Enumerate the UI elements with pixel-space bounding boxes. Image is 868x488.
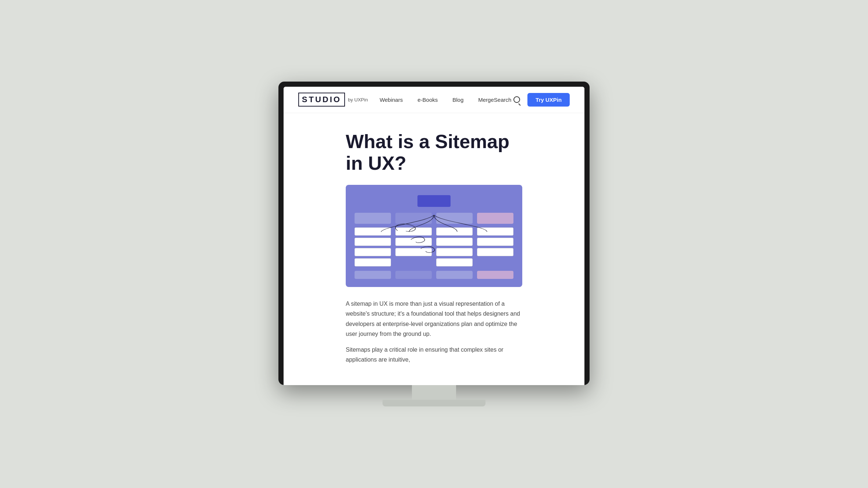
diagram-col-2 [395,213,432,266]
col-card-3-4 [436,258,473,266]
col-card-3-2 [436,238,473,246]
monitor-frame: STUDIO by UXPin Webinars e-Books Blog Me… [278,82,590,385]
col-card-1-3 [355,248,391,256]
stand-base [383,400,485,406]
navbar: STUDIO by UXPin Webinars e-Books Blog Me… [284,87,584,113]
col-card-4-1 [477,227,513,236]
nav-webinars[interactable]: Webinars [380,97,403,103]
monitor-wrapper: STUDIO by UXPin Webinars e-Books Blog Me… [278,82,590,407]
col-card-4-2 [477,238,513,246]
diagram-col-3 [436,213,473,266]
search-label: Search [494,97,512,103]
bottom-node-1 [355,271,391,279]
col-card-1-4 [355,258,391,266]
diagram-top [355,195,513,207]
top-node [417,195,451,207]
col-header-4 [477,213,513,224]
monitor-stand [278,385,590,406]
col-card-2-3 [395,248,432,256]
col-card-2-2 [395,238,432,246]
sitemap-diagram [346,185,522,287]
col-header-1 [355,213,391,224]
navbar-left: STUDIO by UXPin Webinars e-Books Blog Me… [298,93,494,107]
col-card-3-3 [436,248,473,256]
bottom-node-4 [477,271,513,279]
bottom-node-3 [436,271,473,279]
col-card-2-1 [395,227,432,236]
diagram-columns [355,213,513,266]
content-wrapper: What is a Sitemap in UX? [346,131,522,365]
col-card-1-1 [355,227,391,236]
body-paragraph-1: A sitemap in UX is more than just a visu… [346,299,522,339]
col-header-2 [395,213,432,224]
diagram-bottom [355,271,513,279]
nav-blog[interactable]: Blog [452,97,463,103]
diagram-col-4 [477,213,513,266]
logo-byuxpin: by UXPin [348,97,368,103]
browser-content: STUDIO by UXPin Webinars e-Books Blog Me… [284,87,584,385]
search-container[interactable]: Search [494,96,520,103]
try-uxpin-button[interactable]: Try UXPin [527,93,570,107]
logo-studio[interactable]: STUDIO [298,93,345,107]
diagram-col-1 [355,213,391,266]
col-header-3 [436,213,473,224]
col-card-3-1 [436,227,473,236]
bottom-node-2 [395,271,432,279]
col-card-1-2 [355,238,391,246]
stand-neck [412,385,456,400]
search-icon[interactable] [513,96,520,103]
page-title: What is a Sitemap in UX? [346,131,522,175]
main-content: What is a Sitemap in UX? [331,113,537,385]
main-nav: Webinars e-Books Blog Merge [380,97,494,103]
col-card-4-3 [477,248,513,256]
nav-merge[interactable]: Merge [478,97,494,103]
nav-ebooks[interactable]: e-Books [417,97,438,103]
logo-container: STUDIO by UXPin [298,93,368,107]
body-paragraph-2: Sitemaps play a critical role in ensurin… [346,345,522,365]
navbar-right: Search Try UXPin [494,93,570,107]
